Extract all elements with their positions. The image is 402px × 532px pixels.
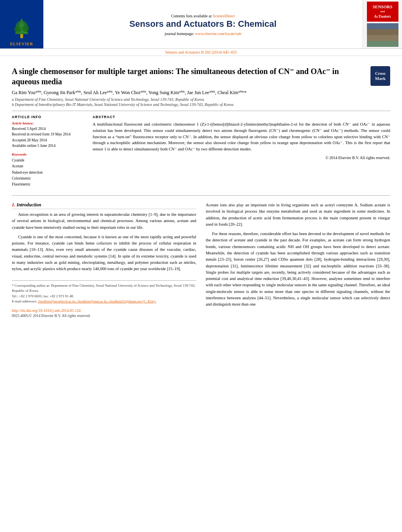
intro-heading: 1. Introduction — [12, 202, 196, 209]
keywords-label: Keywords: — [12, 152, 85, 156]
contents-note: Contents lists available at ScienceDirec… — [171, 13, 235, 19]
email-note: E-mail addresses: chealkim@seoultech.ac.… — [12, 299, 196, 304]
corresponding-author-note: * Corresponding author at: Department of… — [12, 283, 196, 294]
received-date: Received 3 April 2014 — [12, 126, 85, 132]
volume-bar: Sensors and Actuators B 202 (2014) 645–6… — [0, 49, 402, 56]
svg-point-4 — [14, 26, 21, 33]
intro-para1: Anion recognition is an area of growing … — [12, 211, 196, 231]
issn-note: 0925-4005/© 2014 Elsevier B.V. All right… — [12, 314, 91, 318]
copyright: © 2014 Elsevier B.V. All rights reserved… — [93, 156, 390, 160]
article-history: Article history: Received 3 April 2014 R… — [12, 121, 85, 148]
intro-para2: Cyanide is one of the most concerned, be… — [12, 234, 196, 272]
keyword-naked-eye: Naked-eye detection — [12, 170, 85, 176]
article-info-panel: ARTICLE INFO Article history: Received 3… — [12, 115, 85, 191]
journal-header: ELSEVIER Contents lists available at Sci… — [0, 0, 402, 49]
available-online-date: Available online 5 June 2014 — [12, 143, 85, 148]
affiliation-b: b Department of Interdisciplinary Bio IT… — [12, 102, 390, 107]
article-body: ARTICLE INFO Article history: Received 3… — [12, 115, 390, 191]
keyword-fluorimetric: Fluorimetric — [12, 182, 85, 187]
authors: Ga Rim Youᵃʰᵇ, Gyeong Jin Parkᵃʰᵇ, Seul … — [12, 90, 390, 96]
doi-link[interactable]: http://dx.doi.org/10.1016/j.snb.2014.05.… — [12, 308, 196, 313]
elsevier-logo: ELSEVIER — [0, 0, 43, 48]
right-column: Acetate ions also play an important role… — [206, 202, 390, 318]
keyword-colorimetric: Colorimetric — [12, 176, 85, 182]
affiliations: a Department of Fine Chemistry, Seoul Na… — [12, 97, 390, 107]
affiliation-a: a Department of Fine Chemistry, Seoul Na… — [12, 97, 390, 102]
article-container: A single chemosensor for multiple target… — [0, 56, 402, 324]
sensors-logo-box: SENSORS and AcTuators — [363, 0, 402, 48]
elsevier-text: ELSEVIER — [10, 42, 34, 46]
email-link[interactable]: chealkim@seoultech.ac.kr, chealkim@snut.… — [38, 299, 156, 303]
svg-point-5 — [22, 25, 29, 32]
footer-links: http://dx.doi.org/10.1016/j.snb.2014.05.… — [12, 308, 196, 319]
crossmark-badge: CrossMark — [370, 66, 390, 86]
abstract-section: ABSTRACT A multifunctional fluorescent a… — [93, 115, 390, 191]
tel-note: Tel.: +82 2 970 6693; fax: +82 2 973 91 … — [12, 294, 196, 299]
accepted-date: Accepted 28 May 2014 — [12, 137, 85, 143]
svg-rect-0 — [20, 33, 23, 38]
keyword-cyanide: Cyanide — [12, 158, 85, 163]
footnote-area: * Corresponding author at: Department of… — [12, 280, 196, 304]
intro-para3: Acetate ions also play an important role… — [206, 202, 390, 228]
sensors-logo-image — [367, 23, 398, 47]
abstract-text: A multifunctional fluorescent and colori… — [93, 121, 390, 152]
sensors-logo-text: SENSORS and AcTuators — [367, 2, 398, 22]
intro-para4: For these reasons, therefore, considerab… — [206, 231, 390, 308]
left-column: 1. Introduction Anion recognition is an … — [12, 202, 196, 318]
received-revised-date: Received in revised form 19 May 2014 — [12, 132, 85, 137]
header-center: Contents lists available at ScienceDirec… — [43, 0, 363, 48]
homepage-link[interactable]: www.elsevier.com/locate/snb — [195, 32, 241, 36]
keywords-section: Keywords: Cyanide Acetate Naked-eye dete… — [12, 152, 85, 187]
article-title: A single chemosensor for multiple target… — [12, 66, 390, 87]
history-label: Article history: — [12, 121, 85, 125]
abstract-heading: ABSTRACT — [93, 115, 390, 119]
article-info-heading: ARTICLE INFO — [12, 115, 85, 119]
crossmark-icon: CrossMark — [375, 71, 386, 81]
journal-homepage: journal homepage: www.elsevier.com/locat… — [165, 32, 241, 36]
body-divider — [12, 195, 390, 196]
main-content: 1. Introduction Anion recognition is an … — [12, 202, 390, 318]
keyword-acetate: Acetate — [12, 163, 85, 169]
section-divider — [12, 111, 390, 111]
journal-title: Sensors and Actuators B: Chemical — [129, 19, 276, 29]
sciencedirect-link[interactable]: ScienceDirect — [213, 14, 235, 18]
